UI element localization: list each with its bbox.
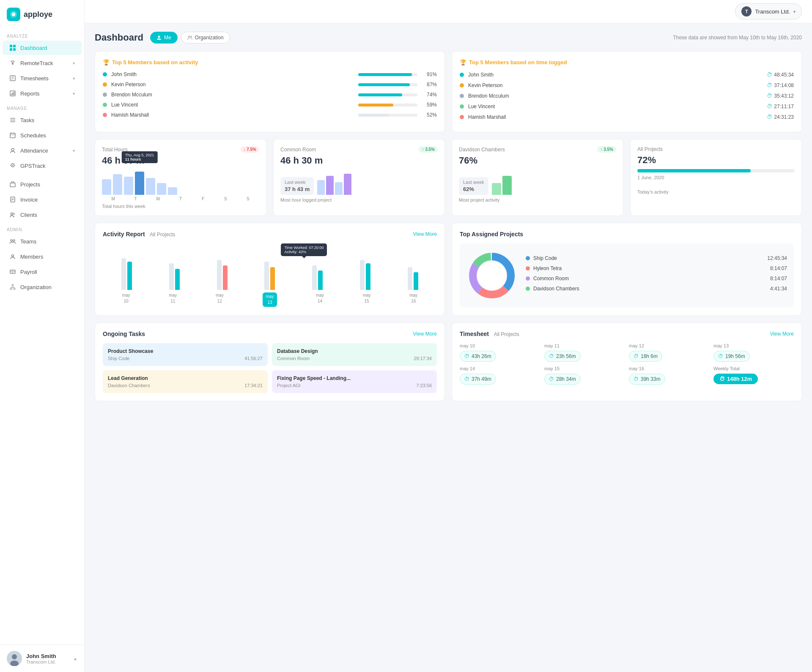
project-time: 8:14:07 — [770, 265, 787, 271]
svg-point-61 — [478, 262, 506, 290]
common-room-value: 46 h 30 m — [280, 155, 438, 166]
ts-weekly-item: Weekly Total ⏱ 148h 12m — [713, 366, 794, 385]
project-item: Common Room 8:14:07 — [526, 276, 787, 281]
task-item: Fixing Page Speed - Landing... Project A… — [272, 370, 437, 393]
svg-rect-44 — [12, 284, 14, 286]
sidebar-item-reports[interactable]: Reports ▾ — [3, 86, 82, 101]
bar — [157, 183, 166, 195]
sidebar-item-dashboard[interactable]: Dashboard — [3, 41, 82, 55]
logo-icon — [7, 8, 20, 21]
activity-view-more[interactable]: View More — [413, 231, 437, 237]
ts-item: may 15 ⏱ 28h 34m — [544, 366, 625, 385]
ts-date: may 13 — [713, 343, 794, 348]
project-item: Hyleon Tetra 8:14:07 — [526, 265, 787, 271]
svg-rect-3 — [13, 45, 16, 47]
member-name: Lue Vincent — [111, 102, 354, 108]
act-bar-gray — [408, 267, 412, 290]
gpstrack-icon — [9, 162, 16, 169]
total-hours-chart: Thu, Aug 5, 202111 hours — [102, 169, 259, 195]
total-hours-footer: Total hours this week — [102, 204, 259, 209]
member-dot — [103, 82, 107, 87]
top-assigned-projects-card: Top Assigned Projects — [452, 223, 802, 316]
day-label: T — [175, 197, 186, 201]
sidebar-item-timesheets[interactable]: Timesheets ▾ — [3, 71, 82, 85]
ts-value: 23h 56m — [556, 353, 576, 359]
progress-bar-wrap — [358, 104, 417, 107]
day-label: S — [220, 197, 231, 201]
svg-rect-4 — [10, 48, 12, 51]
sidebar-item-members[interactable]: Members — [3, 249, 82, 264]
sidebar-item-tasks[interactable]: Tasks — [3, 113, 82, 127]
act-col — [121, 258, 132, 290]
tab-organization[interactable]: Organization — [181, 32, 230, 44]
ts-item: may 10 ⏱ 43h 26m — [460, 343, 540, 362]
task-name: Product Showcase — [108, 348, 263, 354]
davidson-value: 76% — [459, 155, 616, 166]
sidebar-item-projects[interactable]: Projects — [3, 177, 82, 191]
tasks-view-more[interactable]: View More — [413, 331, 437, 337]
bar — [168, 187, 177, 195]
clock-icon: ⏱ — [767, 71, 772, 78]
member-time: ⏱ 24:31:23 — [767, 114, 794, 120]
org-chevron-icon: ▾ — [793, 9, 796, 14]
org-selector[interactable]: T Transcom Ltd. ▾ — [735, 3, 802, 19]
clock-icon: ⏱ — [634, 353, 639, 359]
sidebar-item-teams[interactable]: Teams — [3, 234, 82, 249]
day-label: M — [108, 197, 119, 201]
day-label: T — [130, 197, 141, 201]
task-sub: Ship Code — [108, 356, 129, 361]
clock-icon: ⏱ — [718, 353, 723, 359]
sidebar-item-schedules[interactable]: Schedules — [3, 128, 82, 142]
ts-time-badge: ⏱ 43h 26m — [460, 351, 496, 362]
user-name: John Smith — [26, 653, 69, 659]
task-name: Fixing Page Speed - Landing... — [277, 375, 432, 381]
ts-date: may 16 — [629, 366, 709, 371]
ts-time-badge: ⏱ 19h 56m — [713, 351, 750, 362]
member-pct: 91% — [422, 71, 437, 77]
sidebar-item-label: Dashboard — [20, 45, 47, 51]
sidebar-item-invoice[interactable]: Invoice — [3, 192, 82, 207]
task-sub: Common Room — [277, 356, 310, 361]
member-dot — [103, 103, 107, 107]
timesheet-card: Timesheet All Projects View More may 10 … — [452, 322, 802, 401]
user-menu-chevron[interactable]: ▲ — [73, 656, 77, 661]
bar-group — [124, 177, 133, 195]
chevron-down-icon: ▾ — [73, 76, 75, 81]
act-bar-gray — [360, 260, 365, 290]
timesheet-view-more[interactable]: View More — [770, 331, 794, 337]
sidebar-item-remotetrack[interactable]: RemoteTrack ▾ — [3, 56, 82, 70]
member-name: John Smith — [111, 71, 354, 77]
davidson-badge: ↑ 3.5% — [597, 146, 616, 153]
tab-me[interactable]: Me — [150, 32, 178, 44]
user-profile[interactable]: John Smith Transcom Ltd. ▲ — [0, 645, 84, 672]
tasks-icon — [9, 117, 16, 123]
member-dot — [460, 94, 464, 98]
svg-point-52 — [12, 654, 17, 659]
bar-group — [146, 178, 155, 195]
member-pct: 52% — [422, 112, 437, 118]
act-bar-gray — [169, 263, 174, 290]
member-time: ⏱ 48:45:34 — [767, 71, 794, 78]
svg-point-55 — [188, 36, 190, 38]
middle-row: Activity Report All Projects View More T… — [95, 223, 802, 316]
sidebar-item-clients[interactable]: Clients — [3, 208, 82, 222]
sidebar-item-attendance[interactable]: Attendance ▾ — [3, 143, 82, 158]
activity-report-title: Activity Report — [103, 231, 145, 238]
member-name: Brendon Mcculum — [111, 92, 354, 98]
member-dot — [103, 93, 107, 97]
stat-label: Davidson Chambers — [459, 147, 505, 153]
timesheet-title: Timesheet — [460, 331, 489, 337]
sidebar-item-organization[interactable]: Organization — [3, 280, 82, 294]
members-icon — [9, 253, 16, 260]
sidebar-item-label: RemoteTrack — [20, 60, 53, 66]
member-dot — [460, 115, 464, 119]
ongoing-tasks-card: Ongoing Tasks View More Product Showcase… — [95, 322, 445, 401]
member-row: Brendon Mcculum ⏱ 35:43:12 — [460, 93, 794, 99]
member-time: ⏱ 37:14:08 — [767, 82, 794, 88]
sidebar-item-payroll[interactable]: Payroll — [3, 265, 82, 279]
sidebar: apploye Analyze Dashboard RemoteTrack ▾ … — [0, 0, 85, 672]
member-name: Kevin Peterson — [111, 82, 354, 87]
clock-icon: ⏱ — [767, 82, 772, 88]
sidebar-item-gpstrack[interactable]: GPSTrack — [3, 158, 82, 173]
top-activity-card: 🏆 Top 5 Members based on activity John S… — [95, 51, 445, 132]
